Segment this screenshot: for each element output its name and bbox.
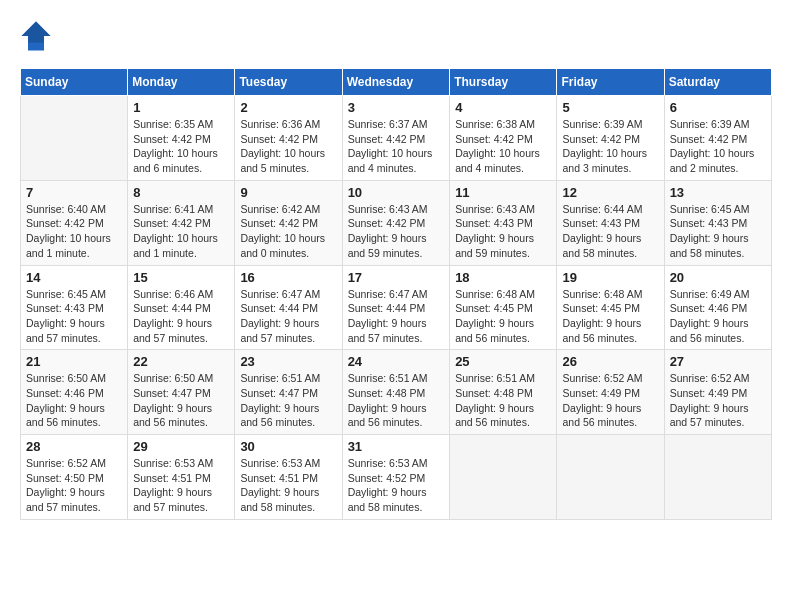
day-number: 15 (133, 270, 229, 285)
calendar-cell: 9Sunrise: 6:42 AM Sunset: 4:42 PM Daylig… (235, 180, 342, 265)
calendar-cell: 21Sunrise: 6:50 AM Sunset: 4:46 PM Dayli… (21, 350, 128, 435)
day-number: 17 (348, 270, 445, 285)
calendar-cell: 10Sunrise: 6:43 AM Sunset: 4:42 PM Dayli… (342, 180, 450, 265)
cell-content: Sunrise: 6:50 AM Sunset: 4:46 PM Dayligh… (26, 371, 122, 430)
day-number: 14 (26, 270, 122, 285)
cell-content: Sunrise: 6:51 AM Sunset: 4:47 PM Dayligh… (240, 371, 336, 430)
day-number: 6 (670, 100, 766, 115)
day-number: 9 (240, 185, 336, 200)
day-number: 13 (670, 185, 766, 200)
cell-content: Sunrise: 6:47 AM Sunset: 4:44 PM Dayligh… (240, 287, 336, 346)
calendar-table: SundayMondayTuesdayWednesdayThursdayFrid… (20, 68, 772, 520)
calendar-cell: 6Sunrise: 6:39 AM Sunset: 4:42 PM Daylig… (664, 96, 771, 181)
day-number: 1 (133, 100, 229, 115)
logo (20, 20, 56, 52)
calendar-cell: 18Sunrise: 6:48 AM Sunset: 4:45 PM Dayli… (450, 265, 557, 350)
cell-content: Sunrise: 6:39 AM Sunset: 4:42 PM Dayligh… (562, 117, 658, 176)
cell-content: Sunrise: 6:51 AM Sunset: 4:48 PM Dayligh… (455, 371, 551, 430)
day-number: 21 (26, 354, 122, 369)
cell-content: Sunrise: 6:52 AM Sunset: 4:49 PM Dayligh… (670, 371, 766, 430)
cell-content: Sunrise: 6:36 AM Sunset: 4:42 PM Dayligh… (240, 117, 336, 176)
calendar-cell: 13Sunrise: 6:45 AM Sunset: 4:43 PM Dayli… (664, 180, 771, 265)
cell-content: Sunrise: 6:45 AM Sunset: 4:43 PM Dayligh… (670, 202, 766, 261)
cell-content: Sunrise: 6:43 AM Sunset: 4:42 PM Dayligh… (348, 202, 445, 261)
calendar-week-4: 21Sunrise: 6:50 AM Sunset: 4:46 PM Dayli… (21, 350, 772, 435)
day-number: 24 (348, 354, 445, 369)
day-header-sunday: Sunday (21, 69, 128, 96)
calendar-cell: 4Sunrise: 6:38 AM Sunset: 4:42 PM Daylig… (450, 96, 557, 181)
calendar-cell: 1Sunrise: 6:35 AM Sunset: 4:42 PM Daylig… (128, 96, 235, 181)
cell-content: Sunrise: 6:45 AM Sunset: 4:43 PM Dayligh… (26, 287, 122, 346)
day-header-saturday: Saturday (664, 69, 771, 96)
calendar-cell: 27Sunrise: 6:52 AM Sunset: 4:49 PM Dayli… (664, 350, 771, 435)
page-header (20, 20, 772, 52)
cell-content: Sunrise: 6:46 AM Sunset: 4:44 PM Dayligh… (133, 287, 229, 346)
day-number: 4 (455, 100, 551, 115)
calendar-cell: 26Sunrise: 6:52 AM Sunset: 4:49 PM Dayli… (557, 350, 664, 435)
calendar-cell: 3Sunrise: 6:37 AM Sunset: 4:42 PM Daylig… (342, 96, 450, 181)
calendar-cell (450, 435, 557, 520)
day-number: 26 (562, 354, 658, 369)
calendar-header-row: SundayMondayTuesdayWednesdayThursdayFrid… (21, 69, 772, 96)
calendar-cell: 11Sunrise: 6:43 AM Sunset: 4:43 PM Dayli… (450, 180, 557, 265)
cell-content: Sunrise: 6:44 AM Sunset: 4:43 PM Dayligh… (562, 202, 658, 261)
calendar-cell: 31Sunrise: 6:53 AM Sunset: 4:52 PM Dayli… (342, 435, 450, 520)
day-number: 8 (133, 185, 229, 200)
day-number: 27 (670, 354, 766, 369)
calendar-cell: 14Sunrise: 6:45 AM Sunset: 4:43 PM Dayli… (21, 265, 128, 350)
cell-content: Sunrise: 6:53 AM Sunset: 4:51 PM Dayligh… (240, 456, 336, 515)
calendar-cell: 23Sunrise: 6:51 AM Sunset: 4:47 PM Dayli… (235, 350, 342, 435)
day-number: 2 (240, 100, 336, 115)
calendar-cell: 19Sunrise: 6:48 AM Sunset: 4:45 PM Dayli… (557, 265, 664, 350)
day-number: 12 (562, 185, 658, 200)
calendar-week-2: 7Sunrise: 6:40 AM Sunset: 4:42 PM Daylig… (21, 180, 772, 265)
calendar-cell: 5Sunrise: 6:39 AM Sunset: 4:42 PM Daylig… (557, 96, 664, 181)
cell-content: Sunrise: 6:52 AM Sunset: 4:49 PM Dayligh… (562, 371, 658, 430)
calendar-cell: 29Sunrise: 6:53 AM Sunset: 4:51 PM Dayli… (128, 435, 235, 520)
cell-content: Sunrise: 6:40 AM Sunset: 4:42 PM Dayligh… (26, 202, 122, 261)
cell-content: Sunrise: 6:49 AM Sunset: 4:46 PM Dayligh… (670, 287, 766, 346)
day-number: 3 (348, 100, 445, 115)
cell-content: Sunrise: 6:42 AM Sunset: 4:42 PM Dayligh… (240, 202, 336, 261)
calendar-cell: 15Sunrise: 6:46 AM Sunset: 4:44 PM Dayli… (128, 265, 235, 350)
cell-content: Sunrise: 6:37 AM Sunset: 4:42 PM Dayligh… (348, 117, 445, 176)
day-number: 29 (133, 439, 229, 454)
calendar-cell: 2Sunrise: 6:36 AM Sunset: 4:42 PM Daylig… (235, 96, 342, 181)
day-number: 22 (133, 354, 229, 369)
calendar-cell: 22Sunrise: 6:50 AM Sunset: 4:47 PM Dayli… (128, 350, 235, 435)
cell-content: Sunrise: 6:48 AM Sunset: 4:45 PM Dayligh… (562, 287, 658, 346)
day-header-monday: Monday (128, 69, 235, 96)
calendar-cell: 20Sunrise: 6:49 AM Sunset: 4:46 PM Dayli… (664, 265, 771, 350)
day-number: 7 (26, 185, 122, 200)
logo-icon (20, 20, 52, 52)
day-number: 16 (240, 270, 336, 285)
cell-content: Sunrise: 6:47 AM Sunset: 4:44 PM Dayligh… (348, 287, 445, 346)
cell-content: Sunrise: 6:53 AM Sunset: 4:52 PM Dayligh… (348, 456, 445, 515)
day-number: 18 (455, 270, 551, 285)
cell-content: Sunrise: 6:50 AM Sunset: 4:47 PM Dayligh… (133, 371, 229, 430)
day-number: 23 (240, 354, 336, 369)
calendar-cell (557, 435, 664, 520)
day-number: 20 (670, 270, 766, 285)
cell-content: Sunrise: 6:51 AM Sunset: 4:48 PM Dayligh… (348, 371, 445, 430)
calendar-cell: 24Sunrise: 6:51 AM Sunset: 4:48 PM Dayli… (342, 350, 450, 435)
calendar-cell: 12Sunrise: 6:44 AM Sunset: 4:43 PM Dayli… (557, 180, 664, 265)
svg-marker-1 (22, 22, 51, 43)
calendar-cell: 30Sunrise: 6:53 AM Sunset: 4:51 PM Dayli… (235, 435, 342, 520)
day-number: 19 (562, 270, 658, 285)
calendar-cell (664, 435, 771, 520)
day-header-thursday: Thursday (450, 69, 557, 96)
day-number: 11 (455, 185, 551, 200)
cell-content: Sunrise: 6:41 AM Sunset: 4:42 PM Dayligh… (133, 202, 229, 261)
calendar-week-3: 14Sunrise: 6:45 AM Sunset: 4:43 PM Dayli… (21, 265, 772, 350)
cell-content: Sunrise: 6:48 AM Sunset: 4:45 PM Dayligh… (455, 287, 551, 346)
day-number: 5 (562, 100, 658, 115)
calendar-cell: 7Sunrise: 6:40 AM Sunset: 4:42 PM Daylig… (21, 180, 128, 265)
day-number: 31 (348, 439, 445, 454)
calendar-cell: 17Sunrise: 6:47 AM Sunset: 4:44 PM Dayli… (342, 265, 450, 350)
calendar-cell (21, 96, 128, 181)
day-number: 25 (455, 354, 551, 369)
day-header-wednesday: Wednesday (342, 69, 450, 96)
cell-content: Sunrise: 6:52 AM Sunset: 4:50 PM Dayligh… (26, 456, 122, 515)
calendar-week-5: 28Sunrise: 6:52 AM Sunset: 4:50 PM Dayli… (21, 435, 772, 520)
